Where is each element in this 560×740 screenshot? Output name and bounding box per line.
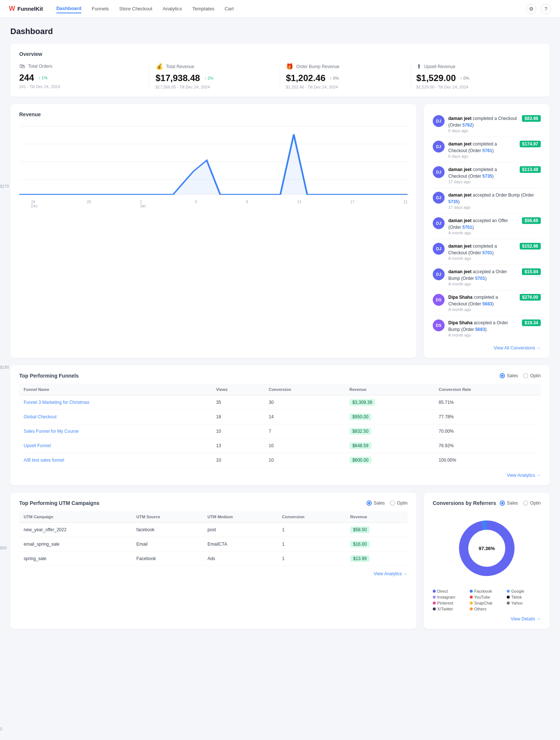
funnel-link[interactable]: A/B test sales funnel bbox=[24, 458, 64, 463]
activity-item: DJ daman jeet accepted an Offer (Order 5… bbox=[433, 214, 541, 239]
logo-text: FunnelKit bbox=[17, 6, 43, 12]
nav-funnels[interactable]: Funnels bbox=[92, 4, 109, 13]
legend-item: X/Twitter bbox=[433, 607, 467, 611]
top-funnels-header: Top Performing Funnels Sales Optin bbox=[19, 373, 541, 379]
bottom-row: Top Performing UTM Campaigns Sales Optin… bbox=[10, 493, 550, 629]
pie-chart-svg: 97.36% bbox=[450, 511, 524, 585]
card-value-0: 244 bbox=[19, 73, 34, 83]
overview-card-0: 🛍 Total Orders 244 ↑ 1% 241 - Till Dec 2… bbox=[19, 63, 150, 89]
legend-label: X/Twitter bbox=[437, 607, 453, 611]
order-link[interactable]: 5683 bbox=[475, 327, 485, 332]
radio-optin-circle bbox=[523, 373, 528, 378]
ref-radio-optin[interactable]: Optin bbox=[523, 500, 541, 506]
chart-y-labels: $360 $270 $180 $90 0 bbox=[0, 0, 13, 638]
top-funnels-label: Top Performing Funnels bbox=[19, 373, 79, 379]
overview-section: Overview 🛍 Total Orders 244 ↑ 1% 241 - T… bbox=[10, 44, 550, 97]
help-button[interactable]: ? bbox=[541, 4, 551, 14]
utm-radio-optin[interactable]: Optin bbox=[390, 500, 408, 506]
legend-label: Facebook bbox=[474, 589, 492, 593]
order-link[interactable]: 5735 bbox=[448, 199, 458, 204]
avatar: DJ bbox=[433, 166, 445, 178]
activity-amount: $174.97 bbox=[520, 141, 541, 147]
funnel-link[interactable]: Upsell Funnel bbox=[24, 443, 51, 448]
nav-analytics[interactable]: Analytics bbox=[163, 4, 182, 13]
activity-time: A month ago bbox=[448, 307, 516, 312]
order-link[interactable]: 5735 bbox=[482, 174, 492, 179]
activity-time: A month ago bbox=[448, 333, 518, 337]
page-content: Dashboard Overview 🛍 Total Orders 244 ↑ … bbox=[0, 18, 560, 638]
card-sub-3: $1,529.00 - Till Dec 24, 2024 bbox=[416, 85, 535, 89]
view-analytics-link-funnels[interactable]: View Analytics → bbox=[19, 473, 541, 478]
table-row: A/B test sales funnel 10 10 $600.00 100.… bbox=[19, 453, 541, 468]
card-label-1: Total Revenue bbox=[166, 64, 195, 69]
utm-radio-sales[interactable]: Sales bbox=[367, 500, 385, 506]
activity-amount: $56.69 bbox=[522, 217, 541, 224]
legend-label: YouTube bbox=[474, 595, 490, 599]
activity-time: 17 days ago bbox=[448, 180, 516, 184]
legend-label: Google bbox=[511, 589, 524, 593]
utm-radio-optin-circle bbox=[390, 500, 395, 506]
avatar: DJ bbox=[433, 141, 445, 153]
ref-radio-sales-circle bbox=[500, 500, 505, 506]
activity-amount: $19.34 bbox=[522, 319, 541, 326]
activity-text: daman jeet accepted an Offer (Order 5701… bbox=[448, 217, 518, 231]
radio-optin[interactable]: Optin bbox=[523, 373, 541, 378]
ref-radio-sales[interactable]: Sales bbox=[500, 500, 518, 506]
activity-amount: $152.98 bbox=[520, 243, 541, 250]
view-all-conversions-link[interactable]: View All Conversions → bbox=[433, 345, 541, 351]
svg-marker-5 bbox=[19, 134, 408, 194]
nav-cart[interactable]: Cart bbox=[225, 4, 234, 13]
activity-time: 6 days ago bbox=[448, 128, 518, 133]
legend-item: YouTube bbox=[470, 595, 504, 599]
nav-store-checkout[interactable]: Store Checkout bbox=[119, 4, 152, 13]
funnel-revenue: $3,309.39 bbox=[350, 399, 375, 406]
activity-amount: $113.48 bbox=[520, 166, 541, 173]
legend-dot bbox=[433, 602, 436, 605]
legend-dot bbox=[433, 590, 436, 593]
activity-time: 17 days ago bbox=[448, 205, 541, 210]
card-badge-3: ↑ 0% bbox=[460, 76, 469, 80]
order-link[interactable]: 5762 bbox=[462, 123, 472, 128]
utm-radio-group: Sales Optin bbox=[367, 500, 408, 506]
nav-templates[interactable]: Templates bbox=[192, 4, 214, 13]
radio-sales[interactable]: Sales bbox=[500, 373, 518, 378]
order-link[interactable]: 5701 bbox=[462, 225, 472, 230]
legend-label: Yahoo bbox=[511, 601, 523, 605]
th-utm-medium: UTM Medium bbox=[203, 511, 278, 523]
ref-radio-optin-circle bbox=[523, 500, 528, 506]
nav-dashboard[interactable]: Dashboard bbox=[56, 4, 81, 13]
order-link[interactable]: 5683 bbox=[482, 301, 492, 307]
avatar: DS bbox=[433, 294, 445, 306]
th-utm-source: UTM Source bbox=[132, 511, 203, 523]
top-funnels-radio-group: Sales Optin bbox=[500, 373, 541, 378]
activity-text: daman jeet completed a Checkout (Order 5… bbox=[448, 141, 516, 154]
settings-button[interactable]: ⚙ bbox=[526, 4, 536, 14]
activity-feed: DJ daman jeet completed a Checkout (Orde… bbox=[433, 111, 541, 341]
overview-label: Overview bbox=[19, 51, 541, 57]
activity-text: daman jeet completed a Checkout (Order 5… bbox=[448, 166, 516, 180]
funnel-link[interactable]: Global Checkout bbox=[24, 414, 57, 419]
activity-text: daman jeet accepted a Order Bump (Order … bbox=[448, 192, 541, 205]
legend-item: Yahoo bbox=[507, 601, 541, 605]
view-analytics-link-utm[interactable]: View Analytics → bbox=[19, 571, 408, 576]
activity-item: DS Dipa Shaha accepted a Order Bump (Ord… bbox=[433, 316, 541, 341]
card-sub-1: $17,566.05 - Till Dec 24, 2024 bbox=[156, 85, 274, 89]
activity-text: daman jeet completed a Checkout (Order 5… bbox=[448, 115, 518, 128]
funnel-link[interactable]: Funnel 3 Marketing for Christmas bbox=[24, 400, 89, 405]
table-row: Sales Funnel for My Course 10 7 $832.50 … bbox=[19, 424, 541, 439]
order-link[interactable]: 5761 bbox=[482, 148, 492, 153]
table-row: Upsell Funnel 13 10 $648.59 76.92% bbox=[19, 439, 541, 453]
card-header-3: ⬆ Upsell Revenue bbox=[416, 63, 535, 70]
card-icon-2: 🎁 bbox=[286, 63, 293, 70]
funnel-link[interactable]: Sales Funnel for My Course bbox=[24, 429, 79, 434]
view-details-link[interactable]: View Details → bbox=[433, 616, 541, 622]
order-link[interactable]: 5701 bbox=[482, 250, 492, 255]
order-link[interactable]: 5701 bbox=[475, 276, 485, 281]
card-label-0: Total Orders bbox=[28, 64, 52, 69]
logo: W FunnelKit bbox=[9, 5, 43, 13]
activity-amount: $15.84 bbox=[522, 268, 541, 275]
activity-text: Dipa Shaha completed a Checkout (Order 5… bbox=[448, 294, 516, 307]
card-icon-0: 🛍 bbox=[19, 63, 25, 70]
pie-center-label: 97.36% bbox=[479, 546, 495, 551]
legend-dot bbox=[470, 596, 473, 599]
